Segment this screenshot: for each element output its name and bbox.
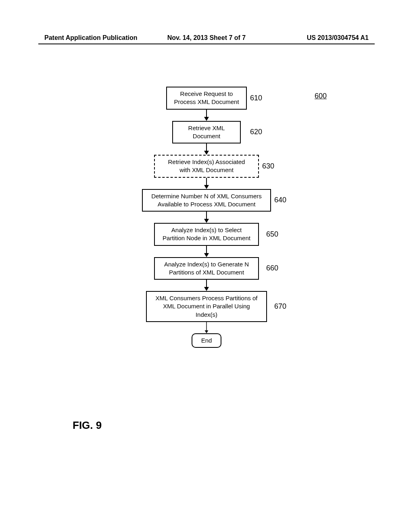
ref-670: 670 [274, 302, 286, 311]
ref-630: 630 [262, 162, 274, 170]
svg-marker-3 [204, 151, 209, 155]
flowchart: Receive Request toProcess XML Document 6… [0, 87, 413, 348]
svg-marker-13 [205, 330, 209, 333]
arrow-620-630 [0, 143, 413, 155]
header-rule [38, 44, 375, 44]
node-620: Retrieve XMLDocument [172, 121, 241, 144]
header-patent-number: US 2013/0304754 A1 [307, 34, 369, 42]
node-610: Receive Request toProcess XML Document [166, 87, 247, 110]
figure-label: FIG. 9 [73, 419, 102, 432]
header-date-sheet: Nov. 14, 2013 Sheet 7 of 7 [167, 34, 246, 42]
arrow-650-660 [0, 246, 413, 257]
arrow-670-end [0, 322, 413, 333]
node-640: Determine Number N of XML ConsumersAvail… [142, 189, 271, 212]
svg-marker-11 [204, 287, 209, 291]
ref-650: 650 [266, 230, 278, 239]
ref-620: 620 [250, 128, 262, 136]
header-publication: Patent Application Publication [44, 34, 138, 42]
arrow-630-640 [0, 178, 413, 189]
svg-marker-7 [204, 219, 209, 223]
page-header: Patent Application Publication Nov. 14, … [44, 34, 369, 42]
arrow-610-620 [0, 110, 413, 121]
arrow-660-670 [0, 280, 413, 291]
node-670: XML Consumers Process Partitions ofXML D… [146, 291, 267, 322]
ref-610: 610 [250, 94, 262, 102]
svg-marker-9 [204, 253, 209, 257]
svg-marker-1 [204, 117, 209, 121]
node-660: Analyze Index(s) to Generate NPartitions… [154, 257, 259, 280]
ref-640: 640 [274, 196, 286, 204]
arrow-640-650 [0, 212, 413, 223]
node-end: End [192, 333, 222, 348]
node-650: Analyze Index(s) to SelectPartition Node… [154, 223, 259, 246]
svg-marker-5 [204, 185, 209, 189]
ref-660: 660 [266, 264, 278, 272]
node-630: Retrieve Index(s) Associatedwith XML Doc… [154, 155, 259, 178]
